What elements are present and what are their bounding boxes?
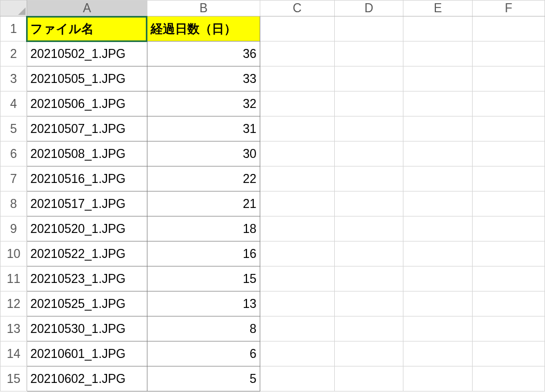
cell-F12[interactable]: [473, 291, 545, 316]
cell-A8[interactable]: 20210517_1.JPG: [27, 191, 147, 216]
cell-A5[interactable]: 20210507_1.JPG: [27, 116, 147, 141]
cell-D9[interactable]: [334, 216, 403, 241]
cell-D8[interactable]: [334, 191, 403, 216]
cell-E10[interactable]: [403, 241, 473, 266]
cell-B10[interactable]: 16: [147, 241, 260, 266]
cell-A6[interactable]: 20210508_1.JPG: [27, 141, 147, 166]
cell-F6[interactable]: [473, 141, 545, 166]
cell-C15[interactable]: [260, 366, 334, 391]
cell-A11[interactable]: 20210523_1.JPG: [27, 266, 147, 291]
cell-E4[interactable]: [403, 91, 473, 116]
row-header-3[interactable]: 3: [1, 66, 27, 91]
cell-A14[interactable]: 20210601_1.JPG: [27, 341, 147, 366]
cell-C1[interactable]: [260, 16, 334, 41]
cell-C3[interactable]: [260, 66, 334, 91]
cell-C7[interactable]: [260, 166, 334, 191]
cell-E7[interactable]: [403, 166, 473, 191]
cell-B1[interactable]: 経過日数（日）: [147, 16, 260, 41]
cell-B12[interactable]: 13: [147, 291, 260, 316]
cell-C9[interactable]: [260, 216, 334, 241]
cell-D14[interactable]: [334, 341, 403, 366]
cell-B9[interactable]: 18: [147, 216, 260, 241]
cell-B5[interactable]: 31: [147, 116, 260, 141]
column-header-E[interactable]: E: [403, 1, 473, 16]
cell-A1[interactable]: ファイル名: [27, 16, 147, 41]
row-header-5[interactable]: 5: [1, 116, 27, 141]
cell-C2[interactable]: [260, 41, 334, 66]
cell-E12[interactable]: [403, 291, 473, 316]
cell-F10[interactable]: [473, 241, 545, 266]
cell-A13[interactable]: 20210530_1.JPG: [27, 316, 147, 341]
cell-D13[interactable]: [334, 316, 403, 341]
cell-A12[interactable]: 20210525_1.JPG: [27, 291, 147, 316]
cell-A9[interactable]: 20210520_1.JPG: [27, 216, 147, 241]
cell-D4[interactable]: [334, 91, 403, 116]
column-header-C[interactable]: C: [260, 1, 334, 16]
column-header-A[interactable]: A: [27, 1, 147, 16]
row-header-6[interactable]: 6: [1, 141, 27, 166]
spreadsheet-grid[interactable]: A B C D E F 1 ファイル名 経過日数（日） 2 20210502_1…: [0, 0, 545, 391]
row-header-13[interactable]: 13: [1, 316, 27, 341]
cell-E5[interactable]: [403, 116, 473, 141]
cell-E15[interactable]: [403, 366, 473, 391]
column-header-D[interactable]: D: [334, 1, 403, 16]
cell-D3[interactable]: [334, 66, 403, 91]
cell-C6[interactable]: [260, 141, 334, 166]
cell-C8[interactable]: [260, 191, 334, 216]
row-header-2[interactable]: 2: [1, 41, 27, 66]
cell-F7[interactable]: [473, 166, 545, 191]
cell-A7[interactable]: 20210516_1.JPG: [27, 166, 147, 191]
cell-F2[interactable]: [473, 41, 545, 66]
row-header-12[interactable]: 12: [1, 291, 27, 316]
row-header-9[interactable]: 9: [1, 216, 27, 241]
cell-F15[interactable]: [473, 366, 545, 391]
cell-A3[interactable]: 20210505_1.JPG: [27, 66, 147, 91]
cell-D10[interactable]: [334, 241, 403, 266]
cell-A15[interactable]: 20210602_1.JPG: [27, 366, 147, 391]
cell-E14[interactable]: [403, 341, 473, 366]
cell-A2[interactable]: 20210502_1.JPG: [27, 41, 147, 66]
cell-D6[interactable]: [334, 141, 403, 166]
cell-B13[interactable]: 8: [147, 316, 260, 341]
cell-F5[interactable]: [473, 116, 545, 141]
cell-B2[interactable]: 36: [147, 41, 260, 66]
cell-F8[interactable]: [473, 191, 545, 216]
cell-E13[interactable]: [403, 316, 473, 341]
cell-C14[interactable]: [260, 341, 334, 366]
select-all-corner[interactable]: [1, 1, 27, 16]
row-header-7[interactable]: 7: [1, 166, 27, 191]
cell-E9[interactable]: [403, 216, 473, 241]
cell-E11[interactable]: [403, 266, 473, 291]
cell-E3[interactable]: [403, 66, 473, 91]
cell-A4[interactable]: 20210506_1.JPG: [27, 91, 147, 116]
cell-F1[interactable]: [473, 16, 545, 41]
cell-F13[interactable]: [473, 316, 545, 341]
cell-D2[interactable]: [334, 41, 403, 66]
cell-F14[interactable]: [473, 341, 545, 366]
cell-B11[interactable]: 15: [147, 266, 260, 291]
cell-B3[interactable]: 33: [147, 66, 260, 91]
cell-B8[interactable]: 21: [147, 191, 260, 216]
cell-B6[interactable]: 30: [147, 141, 260, 166]
row-header-10[interactable]: 10: [1, 241, 27, 266]
cell-E6[interactable]: [403, 141, 473, 166]
cell-D11[interactable]: [334, 266, 403, 291]
cell-C12[interactable]: [260, 291, 334, 316]
cell-E2[interactable]: [403, 41, 473, 66]
cell-F3[interactable]: [473, 66, 545, 91]
row-header-1[interactable]: 1: [1, 16, 27, 41]
cell-D1[interactable]: [334, 16, 403, 41]
cell-F9[interactable]: [473, 216, 545, 241]
cell-D12[interactable]: [334, 291, 403, 316]
cell-B4[interactable]: 32: [147, 91, 260, 116]
cell-C4[interactable]: [260, 91, 334, 116]
row-header-15[interactable]: 15: [1, 366, 27, 391]
cell-B7[interactable]: 22: [147, 166, 260, 191]
cell-C11[interactable]: [260, 266, 334, 291]
cell-D5[interactable]: [334, 116, 403, 141]
cell-F11[interactable]: [473, 266, 545, 291]
cell-F4[interactable]: [473, 91, 545, 116]
row-header-11[interactable]: 11: [1, 266, 27, 291]
column-header-F[interactable]: F: [473, 1, 545, 16]
cell-B14[interactable]: 6: [147, 341, 260, 366]
